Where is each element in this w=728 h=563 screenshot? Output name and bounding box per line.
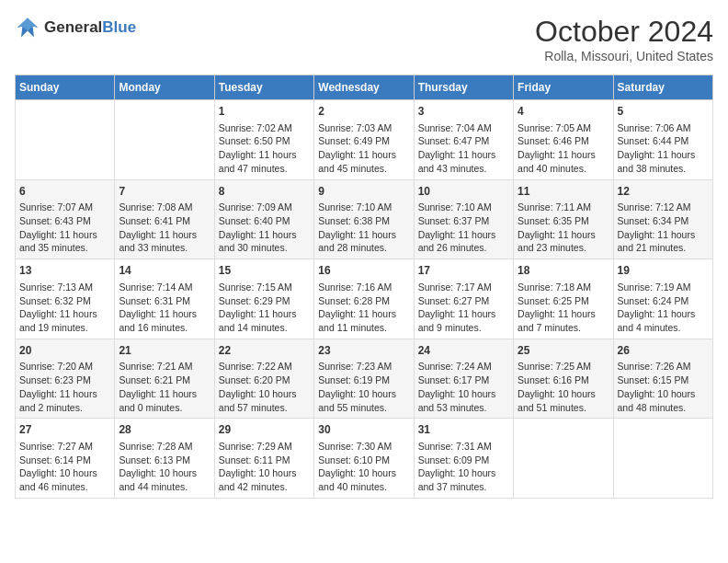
day-info: Sunrise: 7:26 AMSunset: 6:15 PMDaylight:… [618,360,709,414]
day-info: Sunrise: 7:10 AMSunset: 6:38 PMDaylight:… [318,201,409,255]
svg-marker-1 [17,18,38,31]
day-number: 22 [219,343,310,359]
calendar-cell [514,419,613,499]
day-info: Sunrise: 7:28 AMSunset: 6:13 PMDaylight:… [119,440,210,494]
weekday-header-row: SundayMondayTuesdayWednesdayThursdayFrid… [16,75,713,100]
day-number: 12 [618,184,709,200]
calendar-cell: 30 Sunrise: 7:30 AMSunset: 6:10 PMDaylig… [314,419,414,499]
weekday-header-thursday: Thursday [414,75,513,100]
day-number: 6 [19,184,110,200]
calendar-cell: 4 Sunrise: 7:05 AMSunset: 6:46 PMDayligh… [514,100,613,180]
weekday-header-sunday: Sunday [16,75,115,100]
location: Rolla, Missouri, United States [535,49,713,63]
calendar-cell: 18 Sunrise: 7:18 AMSunset: 6:25 PMDaylig… [514,259,613,339]
calendar-cell: 12 Sunrise: 7:12 AMSunset: 6:34 PMDaylig… [613,179,712,259]
day-number: 24 [418,343,509,359]
day-number: 28 [119,422,210,438]
page-header: GeneralBlue October 2024 Rolla, Missouri… [15,15,713,63]
calendar-cell: 5 Sunrise: 7:06 AMSunset: 6:44 PMDayligh… [613,100,712,180]
day-number: 25 [518,343,609,359]
calendar-cell: 26 Sunrise: 7:26 AMSunset: 6:15 PMDaylig… [613,339,712,419]
logo: GeneralBlue [15,15,136,40]
day-info: Sunrise: 7:15 AMSunset: 6:29 PMDaylight:… [219,281,310,335]
calendar-cell: 13 Sunrise: 7:13 AMSunset: 6:32 PMDaylig… [16,259,115,339]
day-number: 14 [119,263,210,279]
calendar-cell: 10 Sunrise: 7:10 AMSunset: 6:37 PMDaylig… [414,179,513,259]
day-number: 27 [19,422,110,438]
title-section: October 2024 Rolla, Missouri, United Sta… [535,15,713,63]
day-info: Sunrise: 7:19 AMSunset: 6:24 PMDaylight:… [618,281,709,335]
calendar-cell: 14 Sunrise: 7:14 AMSunset: 6:31 PMDaylig… [115,259,214,339]
logo-icon [15,15,40,40]
day-number: 23 [318,343,409,359]
calendar-cell: 24 Sunrise: 7:24 AMSunset: 6:17 PMDaylig… [414,339,513,419]
day-number: 17 [418,263,509,279]
day-number: 29 [219,422,310,438]
calendar-cell: 3 Sunrise: 7:04 AMSunset: 6:47 PMDayligh… [414,100,513,180]
day-info: Sunrise: 7:06 AMSunset: 6:44 PMDaylight:… [618,121,709,176]
day-info: Sunrise: 7:18 AMSunset: 6:25 PMDaylight:… [518,281,609,335]
day-info: Sunrise: 7:23 AMSunset: 6:19 PMDaylight:… [318,360,409,414]
calendar-cell: 2 Sunrise: 7:03 AMSunset: 6:49 PMDayligh… [314,100,414,180]
day-number: 20 [19,343,110,359]
day-number: 15 [219,263,310,279]
day-info: Sunrise: 7:25 AMSunset: 6:16 PMDaylight:… [518,360,609,414]
day-number: 8 [219,184,310,200]
day-number: 31 [418,422,509,438]
day-info: Sunrise: 7:13 AMSunset: 6:32 PMDaylight:… [19,281,110,335]
calendar-week-row: 1 Sunrise: 7:02 AMSunset: 6:50 PMDayligh… [16,100,713,180]
weekday-header-saturday: Saturday [613,75,712,100]
day-number: 10 [418,184,509,200]
calendar-cell: 6 Sunrise: 7:07 AMSunset: 6:43 PMDayligh… [16,179,115,259]
day-info: Sunrise: 7:09 AMSunset: 6:40 PMDaylight:… [219,201,310,255]
calendar-cell: 1 Sunrise: 7:02 AMSunset: 6:50 PMDayligh… [214,100,313,180]
calendar-cell: 20 Sunrise: 7:20 AMSunset: 6:23 PMDaylig… [16,339,115,419]
calendar-cell: 15 Sunrise: 7:15 AMSunset: 6:29 PMDaylig… [214,259,313,339]
calendar-cell: 8 Sunrise: 7:09 AMSunset: 6:40 PMDayligh… [214,179,313,259]
calendar-week-row: 13 Sunrise: 7:13 AMSunset: 6:32 PMDaylig… [16,259,713,339]
calendar-cell: 29 Sunrise: 7:29 AMSunset: 6:11 PMDaylig… [214,419,313,499]
calendar-cell [613,419,712,499]
calendar-cell: 27 Sunrise: 7:27 AMSunset: 6:14 PMDaylig… [16,419,115,499]
day-info: Sunrise: 7:22 AMSunset: 6:20 PMDaylight:… [219,360,310,414]
calendar-cell: 31 Sunrise: 7:31 AMSunset: 6:09 PMDaylig… [414,419,513,499]
weekday-header-monday: Monday [115,75,214,100]
day-info: Sunrise: 7:30 AMSunset: 6:10 PMDaylight:… [318,440,409,494]
day-number: 30 [318,422,409,438]
calendar-cell: 7 Sunrise: 7:08 AMSunset: 6:41 PMDayligh… [115,179,214,259]
day-info: Sunrise: 7:07 AMSunset: 6:43 PMDaylight:… [19,201,110,255]
calendar-cell: 23 Sunrise: 7:23 AMSunset: 6:19 PMDaylig… [314,339,414,419]
calendar-cell: 22 Sunrise: 7:22 AMSunset: 6:20 PMDaylig… [214,339,313,419]
day-number: 3 [418,104,509,120]
calendar-cell: 9 Sunrise: 7:10 AMSunset: 6:38 PMDayligh… [314,179,414,259]
day-info: Sunrise: 7:20 AMSunset: 6:23 PMDaylight:… [19,360,110,414]
day-info: Sunrise: 7:12 AMSunset: 6:34 PMDaylight:… [618,201,709,255]
calendar-cell [115,100,214,180]
day-info: Sunrise: 7:24 AMSunset: 6:17 PMDaylight:… [418,360,509,414]
day-info: Sunrise: 7:10 AMSunset: 6:37 PMDaylight:… [418,201,509,255]
month-title: October 2024 [535,15,713,49]
day-number: 4 [518,104,609,120]
calendar-week-row: 27 Sunrise: 7:27 AMSunset: 6:14 PMDaylig… [16,419,713,499]
calendar-cell: 21 Sunrise: 7:21 AMSunset: 6:21 PMDaylig… [115,339,214,419]
day-info: Sunrise: 7:03 AMSunset: 6:49 PMDaylight:… [318,121,409,176]
day-number: 1 [219,104,310,120]
day-number: 19 [618,263,709,279]
calendar-cell: 25 Sunrise: 7:25 AMSunset: 6:16 PMDaylig… [514,339,613,419]
day-number: 18 [518,263,609,279]
weekday-header-friday: Friday [514,75,613,100]
day-info: Sunrise: 7:14 AMSunset: 6:31 PMDaylight:… [119,281,210,335]
day-info: Sunrise: 7:02 AMSunset: 6:50 PMDaylight:… [219,121,310,176]
calendar-cell: 16 Sunrise: 7:16 AMSunset: 6:28 PMDaylig… [314,259,414,339]
day-number: 2 [318,104,409,120]
calendar-cell [16,100,115,180]
logo-text: GeneralBlue [44,18,136,37]
calendar-week-row: 6 Sunrise: 7:07 AMSunset: 6:43 PMDayligh… [16,179,713,259]
day-info: Sunrise: 7:27 AMSunset: 6:14 PMDaylight:… [19,440,110,494]
calendar-cell: 28 Sunrise: 7:28 AMSunset: 6:13 PMDaylig… [115,419,214,499]
day-info: Sunrise: 7:11 AMSunset: 6:35 PMDaylight:… [518,201,609,255]
day-info: Sunrise: 7:16 AMSunset: 6:28 PMDaylight:… [318,281,409,335]
day-number: 21 [119,343,210,359]
weekday-header-wednesday: Wednesday [314,75,414,100]
calendar-cell: 19 Sunrise: 7:19 AMSunset: 6:24 PMDaylig… [613,259,712,339]
